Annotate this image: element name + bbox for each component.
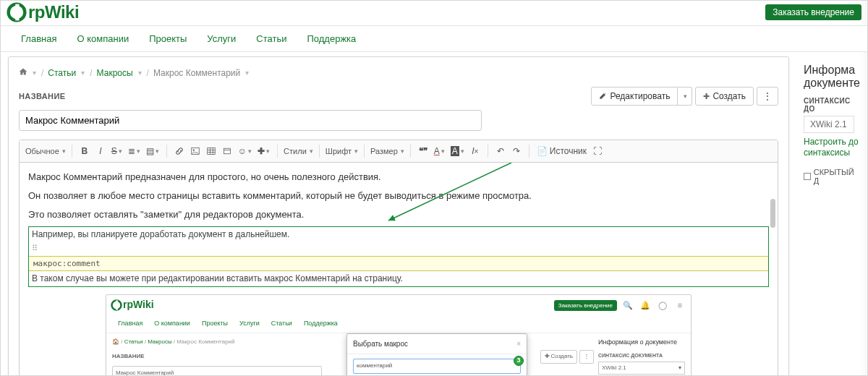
syntax-label: СИНТАКСИС ДО xyxy=(804,97,860,113)
embed-title-input: Макрос Комментарий xyxy=(112,366,322,376)
source-button[interactable]: 📄 Источник xyxy=(534,143,590,159)
home-icon[interactable] xyxy=(19,67,27,78)
embed-more-button: ⋮ xyxy=(579,350,594,363)
list-button[interactable]: ≣▾ xyxy=(125,143,143,159)
para-3: Это позволяет оставлять "заметки" для ре… xyxy=(28,208,769,222)
image-button[interactable] xyxy=(187,143,203,159)
quote-button[interactable]: ❝❞ xyxy=(415,143,431,159)
nav-projects[interactable]: Проекты xyxy=(139,26,197,51)
edit-button[interactable]: Редактировать xyxy=(591,87,678,106)
doc-info-sidebar: Информа документе СИНТАКСИС ДО XWiki 2.1… xyxy=(804,56,860,376)
scrollbar-thumb[interactable] xyxy=(770,199,775,228)
syntax-select[interactable]: XWiki 2.1 xyxy=(804,116,854,133)
svg-rect-5 xyxy=(224,148,230,154)
pencil-icon xyxy=(599,92,607,101)
editor-panel: ▾ / Статьи▾ / Макросы▾ / Макрос Коммента… xyxy=(8,56,789,376)
embed-create-button: ✚ Создать xyxy=(540,350,577,363)
embedded-screenshot: rpWiki Заказать внедрение 🔍 🔔 ◯ ≡ xyxy=(106,294,692,376)
embed-order-button: Заказать внедрение xyxy=(554,300,617,311)
crumb-macros[interactable]: Макросы xyxy=(97,68,133,78)
rich-editor: Обычное▾ B I S▾ ≣▾ ▤▾ ☺▾ ✚▾ xyxy=(19,140,778,376)
bell-icon: 🔔 xyxy=(639,299,652,312)
emoji-button[interactable]: ☺▾ xyxy=(235,143,255,159)
order-button[interactable]: Заказать внедрение xyxy=(765,4,861,20)
nav-articles[interactable]: Статьи xyxy=(246,26,297,51)
bold-button[interactable]: B xyxy=(77,143,93,159)
hidden-label: СКРЫТЫЙ Д xyxy=(814,168,860,185)
redo-button[interactable]: ↷ xyxy=(509,143,524,159)
title-input[interactable] xyxy=(19,110,482,131)
insert-button[interactable]: ✚▾ xyxy=(255,143,273,159)
more-button[interactable]: ⋮ xyxy=(757,87,778,106)
kebab-icon: ⋮ xyxy=(763,91,772,101)
font-select[interactable]: Шрифт▾ xyxy=(324,145,359,157)
svg-rect-1 xyxy=(15,4,19,21)
maximize-button[interactable]: ⛶ xyxy=(590,143,605,159)
textcolor-button[interactable]: A▾ xyxy=(431,143,448,159)
editor-toolbar: Обычное▾ B I S▾ ≣▾ ▤▾ ☺▾ ✚▾ xyxy=(20,140,778,163)
clear-button[interactable]: I× xyxy=(467,143,483,159)
size-select[interactable]: Размер▾ xyxy=(369,145,406,157)
styles-select[interactable]: Стили▾ xyxy=(282,145,315,157)
para-1: Макрос Комментарий предназначен для прос… xyxy=(28,170,769,184)
nav-about[interactable]: О компании xyxy=(67,26,139,51)
embed-logo: rpWiki xyxy=(111,297,154,313)
crumb-current: Макрос Комментарий xyxy=(153,68,240,78)
macro-highlight-block[interactable]: Например, вы планируете доработать докум… xyxy=(28,226,769,287)
indent-button[interactable]: ▤▾ xyxy=(143,143,162,159)
svg-point-3 xyxy=(192,149,194,150)
bgcolor-button[interactable]: A▾ xyxy=(448,143,467,159)
create-button[interactable]: ✚ Создать xyxy=(695,87,754,106)
para-2: Он позволяет в любое место страницы вста… xyxy=(28,189,769,203)
strike-button[interactable]: S▾ xyxy=(109,143,125,159)
breadcrumb: ▾ / Статьи▾ / Макросы▾ / Макрос Коммента… xyxy=(19,67,778,78)
nav-support[interactable]: Поддержка xyxy=(297,26,366,51)
logo-icon xyxy=(7,2,27,22)
crumb-articles[interactable]: Статьи xyxy=(48,68,76,78)
logo-text: rpWiki xyxy=(28,2,79,22)
italic-button[interactable]: I xyxy=(93,143,109,159)
close-icon: × xyxy=(516,338,521,350)
embed-macro-dialog: Выбрать макрос× комментарий 3 Выберите к… xyxy=(346,333,527,376)
extra-syntax-link[interactable]: Настроить до синтаксисы xyxy=(804,137,859,158)
embed-dialog-search: комментарий xyxy=(353,359,521,373)
nav-home[interactable]: Главная xyxy=(11,26,67,51)
link-button[interactable] xyxy=(171,143,187,159)
drag-handle-icon[interactable]: ⠿ xyxy=(32,244,38,252)
menu-icon: ≡ xyxy=(673,299,686,312)
user-icon: ◯ xyxy=(656,299,669,312)
step-badge-3: 3 xyxy=(514,356,524,366)
macro-button[interactable] xyxy=(219,143,235,159)
table-button[interactable] xyxy=(203,143,219,159)
edit-dropdown[interactable]: ▾ xyxy=(678,87,692,106)
editor-body[interactable]: Макрос Комментарий предназначен для прос… xyxy=(20,163,778,376)
source-icon: 📄 xyxy=(537,146,548,156)
main-nav: Главная О компании Проекты Услуги Статьи… xyxy=(1,26,867,52)
title-label: НАЗВАНИЕ xyxy=(19,92,66,101)
hidden-checkbox[interactable] xyxy=(804,173,811,180)
search-icon: 🔍 xyxy=(621,299,634,312)
site-logo[interactable]: rpWiki xyxy=(7,2,79,22)
format-select[interactable]: Обычное▾ xyxy=(24,145,67,157)
macro-code: макрос:comment xyxy=(29,256,768,271)
undo-button[interactable]: ↶ xyxy=(493,143,509,159)
nav-services[interactable]: Услуги xyxy=(197,26,246,51)
svg-rect-4 xyxy=(208,148,216,155)
plus-icon: ✚ xyxy=(703,92,710,101)
svg-rect-8 xyxy=(116,301,118,310)
